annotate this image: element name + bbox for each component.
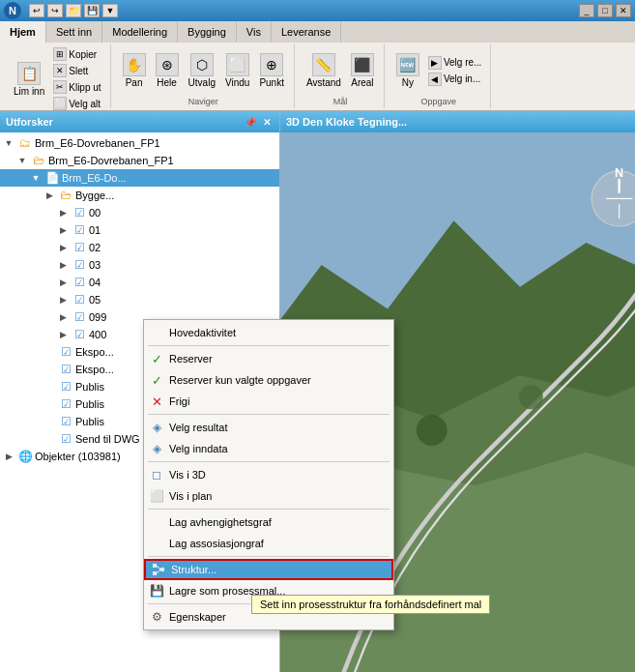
kopier-btn[interactable]: ⊞ Kopier <box>50 46 103 62</box>
menu-struktur[interactable]: Struktur... <box>144 559 393 580</box>
tree-02[interactable]: ▶ ☑ 02 <box>0 239 279 256</box>
menu-lag-avhengighet[interactable]: Lag avhengighetsgraf <box>144 511 393 533</box>
item-05-icon: ☑ <box>72 292 87 307</box>
tab-hjem[interactable]: Hjem <box>0 21 46 43</box>
menu-vis-plan[interactable]: ⬜ Vis i plan <box>144 485 393 507</box>
lag-assosiasjong-icon <box>148 535 165 552</box>
velg-alt-btn[interactable]: ⬜ Velg alt <box>50 96 103 111</box>
qa-dropdown-btn[interactable]: ▼ <box>102 4 118 17</box>
menu-lag-assosiasjong[interactable]: Lag assosiasjongraf <box>144 533 393 554</box>
tree-root[interactable]: ▼ 🗂 Brm_E6-Dovrebanen_FP1 <box>0 134 279 152</box>
hele-btn[interactable]: ⊛ Hele <box>152 51 183 90</box>
menu-frigi[interactable]: ✕ Frigi <box>144 391 393 412</box>
punkt-label: Punkt <box>259 77 284 88</box>
context-menu: Hovedaktivitet ✓ Reserver ✓ Reserver kun… <box>143 319 394 630</box>
expand-ekspo2[interactable] <box>43 363 56 376</box>
maximize-btn[interactable]: □ <box>597 4 613 17</box>
expand-bygge[interactable]: ▶ <box>43 189 56 202</box>
tab-sett-inn[interactable]: Sett inn <box>46 21 102 43</box>
l1-label: Brm_E6-Dovrebanen_FP1 <box>48 155 174 166</box>
expand-099[interactable]: ▶ <box>56 310 70 324</box>
velg-in-btn[interactable]: ◀ Velg in... <box>425 72 484 87</box>
pan-btn[interactable]: ✋ Pan <box>119 51 150 90</box>
svg-point-12 <box>519 385 543 409</box>
item-099-icon: ☑ <box>72 309 87 325</box>
tree-l1[interactable]: ▼ 🗁 Brm_E6-Dovrebanen_FP1 <box>0 152 279 169</box>
explorer-header-icons: 📌 ✕ <box>244 115 274 129</box>
view-header: 3D Den Kloke Tegning... <box>280 111 635 132</box>
expand-400[interactable]: ▶ <box>56 328 70 341</box>
areal-btn[interactable]: ⬛ Areal <box>347 51 378 90</box>
qa-save-btn[interactable]: 💾 <box>84 4 100 17</box>
menu-lag-assosiasjong-label: Lag assosiasjongraf <box>169 538 386 549</box>
mal-group-label: Mål <box>333 95 348 106</box>
avstand-btn[interactable]: 📏 Avstand <box>303 51 345 90</box>
objekter-icon: 🌐 <box>17 449 33 464</box>
kopier-label: Kopier <box>69 49 97 60</box>
tooltip-text: Sett inn prosesstruktur fra forhåndsdefi… <box>260 599 481 610</box>
expand-l2[interactable]: ▼ <box>29 171 43 185</box>
expand-dwg[interactable] <box>43 432 56 446</box>
reserver-check-icon: ✓ <box>148 350 165 367</box>
quick-access-toolbar: ↩ ↪ 📁 💾 ▼ <box>25 4 122 17</box>
menu-hovedaktivitet[interactable]: Hovedaktivitet <box>144 322 393 343</box>
expand-00[interactable]: ▶ <box>56 206 70 219</box>
root-label: Brm_E6-Dovrebanen_FP1 <box>35 137 160 149</box>
ny-btn[interactable]: 🆕 Ny <box>392 51 423 90</box>
slett-btn[interactable]: ✕ Slett <box>50 63 103 78</box>
vindu-btn[interactable]: ⬜ Vindu <box>221 51 253 90</box>
klipp-ut-btn[interactable]: ✂ Klipp ut <box>50 79 103 95</box>
menu-reserver-kun[interactable]: ✓ Reserver kun valgte oppgaver <box>144 369 393 391</box>
tree-00[interactable]: ▶ ☑ 00 <box>0 204 279 221</box>
view-title: 3D Den Kloke Tegning... <box>286 116 407 128</box>
expand-root[interactable]: ▼ <box>2 136 15 150</box>
explorer-title: Utforsker <box>6 116 53 128</box>
minimize-btn[interactable]: _ <box>579 4 594 17</box>
expand-03[interactable]: ▶ <box>56 258 70 272</box>
menu-velg-inndata[interactable]: ◈ Velg inndata <box>144 438 393 459</box>
area-icon: ⬛ <box>351 53 374 76</box>
utvalg-btn[interactable]: ⬡ Utvalg <box>185 51 219 90</box>
expand-ekspo1[interactable] <box>43 345 56 359</box>
tab-modellering[interactable]: Modellering <box>102 21 178 43</box>
expand-objekter[interactable]: ▶ <box>2 450 15 463</box>
qa-back-btn[interactable]: ↩ <box>29 4 44 17</box>
expand-04[interactable]: ▶ <box>56 276 70 289</box>
lim-inn-btn[interactable]: 📋 Lim inn <box>10 60 48 99</box>
tree-04[interactable]: ▶ ☑ 04 <box>0 274 279 291</box>
menu-reserver[interactable]: ✓ Reserver <box>144 348 393 369</box>
tree-05[interactable]: ▶ ☑ 05 <box>0 291 279 308</box>
velg-re-icon: ▶ <box>428 56 442 70</box>
publis1-label: Publis <box>75 381 104 393</box>
expand-05[interactable]: ▶ <box>56 293 70 307</box>
close-btn[interactable]: ✕ <box>616 4 631 17</box>
punkt-btn[interactable]: ⊕ Punkt <box>255 51 288 90</box>
explorer-close-icon[interactable]: ✕ <box>260 115 274 129</box>
tree-03[interactable]: ▶ ☑ 03 <box>0 256 279 274</box>
tab-bygging[interactable]: Bygging <box>178 21 237 43</box>
expand-l1[interactable]: ▼ <box>15 154 29 167</box>
ribbon: Hjem Sett inn Modellering Bygging Vis Le… <box>0 21 635 111</box>
rediger-buttons: 📋 Lim inn ⊞ Kopier ✕ Slett ✂ Klipp ut <box>10 46 104 111</box>
expand-publis2[interactable] <box>43 397 56 411</box>
ribbon-group-oppgave: 🆕 Ny ▶ Velg re... ◀ Velg in... Oppgave <box>387 44 491 108</box>
point-icon: ⊕ <box>260 53 283 76</box>
menu-velg-resultat[interactable]: ◈ Velg resultat <box>144 417 393 438</box>
pin-icon[interactable]: 📌 <box>244 115 257 129</box>
expand-01[interactable]: ▶ <box>56 223 70 237</box>
qa-open-btn[interactable]: 📁 <box>66 4 81 17</box>
expand-publis3[interactable] <box>43 415 56 428</box>
bygge-folder-icon: 🗁 <box>58 188 73 203</box>
menu-vis-3d[interactable]: ◻ Vis i 3D <box>144 464 393 485</box>
expand-publis1[interactable] <box>43 380 56 394</box>
velg-re-btn[interactable]: ▶ Velg re... <box>425 55 484 71</box>
expand-02[interactable]: ▶ <box>56 241 70 254</box>
tree-01[interactable]: ▶ ☑ 01 <box>0 221 279 239</box>
tab-leveranse[interactable]: Leveranse <box>272 21 341 43</box>
tree-l2-main[interactable]: ▼ 📄 Brm_E6-Do... <box>0 169 279 187</box>
app-logo: N <box>4 2 21 19</box>
tab-vis[interactable]: Vis <box>237 21 272 43</box>
item-04-icon: ☑ <box>72 275 87 290</box>
qa-forward-btn[interactable]: ↪ <box>47 4 63 17</box>
tree-bygge[interactable]: ▶ 🗁 Bygge... <box>0 187 279 204</box>
